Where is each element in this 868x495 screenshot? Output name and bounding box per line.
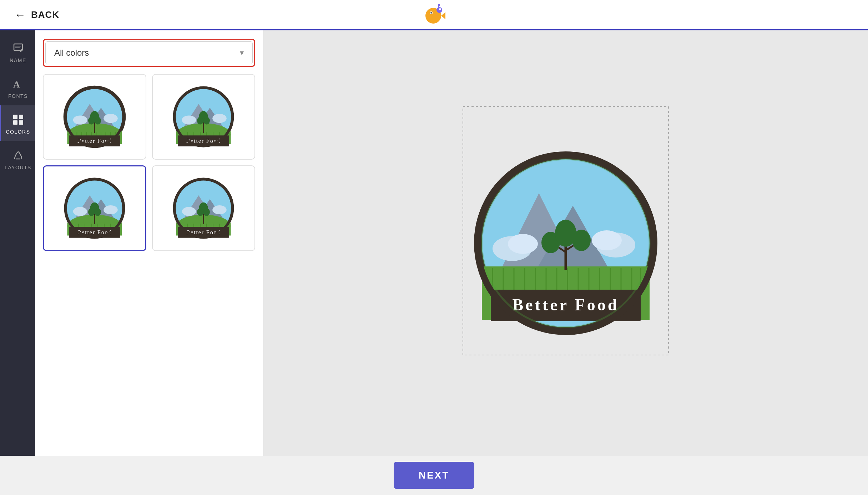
svg-point-70 [104,205,118,214]
canvas-preview: Better Food [462,140,669,347]
svg-point-37 [88,117,95,125]
svg-point-117 [508,234,538,254]
svg-rect-8 [14,44,22,50]
canvas-logo: Better Food [473,150,658,336]
svg-rect-13 [19,115,23,119]
back-arrow-icon: ← [14,8,26,21]
svg-point-69 [73,207,87,216]
svg-rect-14 [13,120,17,125]
layouts-icon [12,149,25,162]
logo-thumbnail-1: Better Food [62,85,127,149]
logo-thumbnail-4: Better Food [171,176,236,240]
svg-point-38 [95,117,101,125]
edit-icon [12,42,25,55]
filter-dropdown-wrapper: All colors ▾ [43,39,255,67]
svg-point-84 [95,208,101,216]
svg-point-2 [430,12,432,14]
canvas-area: Better Food [263,30,868,456]
svg-point-47 [212,114,227,123]
sidebar-name-label: NAME [10,58,26,63]
svg-marker-3 [441,12,445,19]
logo-grid: Better Food [43,74,255,251]
svg-rect-15 [19,120,23,125]
sidebar-item-layouts[interactable]: LAYOUTS [0,141,35,177]
sidebar-item-name[interactable]: NAME [0,34,35,70]
sidebar-item-colors[interactable]: COLORS [0,105,35,141]
sidebar-fonts-label: FONTS [8,93,28,99]
svg-point-60 [197,117,203,125]
color-filter-dropdown[interactable]: All colors ▾ [45,41,253,64]
svg-point-61 [203,117,210,125]
back-label: BACK [31,9,59,20]
fonts-icon: A [12,78,25,90]
sidebar-layouts-label: LAYOUTS [5,165,31,170]
logo-card-4[interactable]: Better Food [152,165,256,251]
top-bar: ← BACK [0,0,868,30]
svg-point-107 [203,208,210,216]
svg-point-83 [88,208,95,216]
main-area: NAME A FONTS COLORS LAYOUTS [0,30,868,456]
sidebar-colors-label: COLORS [6,129,30,135]
app-logo [420,2,448,27]
svg-point-93 [212,205,227,214]
chevron-down-icon: ▾ [240,48,244,58]
svg-point-141 [555,220,576,247]
panel: All colors ▾ [35,30,263,456]
logo-card-3[interactable]: Better Food [43,165,146,251]
svg-text:A: A [13,79,20,90]
next-button[interactable]: NEXT [394,462,475,489]
svg-point-46 [182,115,196,124]
svg-point-92 [182,207,196,216]
logo-thumbnail-3: Better Food [62,176,127,240]
svg-point-119 [592,230,622,250]
sidebar-item-fonts[interactable]: A FONTS [0,70,35,105]
filter-label: All colors [54,48,89,58]
svg-point-7 [438,4,440,6]
sidebar: NAME A FONTS COLORS LAYOUTS [0,30,35,456]
colors-icon [12,113,25,126]
svg-rect-12 [13,115,17,119]
back-button[interactable]: ← BACK [14,8,59,21]
logo-thumbnail-2: Better Food [171,85,236,149]
svg-point-106 [197,208,203,216]
logo-card-1[interactable]: Better Food [43,74,146,160]
bottom-bar: NEXT [0,456,868,495]
svg-text:Better  Food: Better Food [513,296,619,314]
svg-point-5 [439,8,441,10]
svg-point-22 [104,114,118,123]
svg-point-21 [73,115,87,124]
logo-card-2[interactable]: Better Food [152,74,256,160]
